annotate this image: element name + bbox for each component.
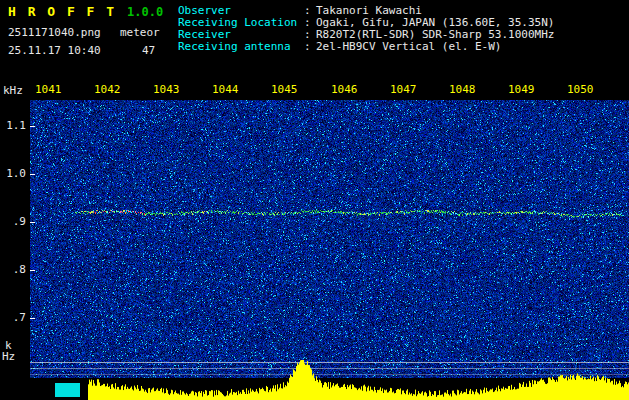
freq-axis-label: .8 [0,264,26,276]
time-axis-label: 1041 [35,84,62,96]
cyan-marker-box [55,383,80,397]
freq-unit-label: kHz [3,84,23,97]
app-version: 1.0.0 [127,5,163,19]
freq-axis-label: 1.1 [0,120,26,132]
file-name: 2511171040.png [8,26,101,39]
spectrogram-canvas [30,100,629,378]
hrofft-window: H R O F F T 1.0.0 2511171040.png meteor … [0,0,629,400]
time-axis-label: 1048 [449,84,476,96]
time-axis-label: 1045 [271,84,298,96]
time-axis-label: 1050 [567,84,594,96]
time-axis-label: 1047 [390,84,417,96]
time-axis-label: 1049 [508,84,535,96]
app-title: H R O F F T [8,4,116,19]
info-row: Receiving antenna : 2el-HB9CV Vertical (… [178,41,554,53]
time-axis-label: 1042 [94,84,121,96]
freq-axis-label: .9 [0,216,26,228]
time-axis-label: 1043 [153,84,180,96]
time-axis-label: 1046 [331,84,358,96]
time-axis-label: 1044 [212,84,239,96]
mode-label: meteor [120,26,160,39]
echo-count: 47 [142,44,155,57]
station-info: Observer : Takanori Kawachi Receiving Lo… [178,5,554,53]
freq-axis-label: .7 [0,312,26,324]
freq-axis-label: 1.0 [0,168,26,180]
info-value: 2el-HB9CV Vertical (el. E-W) [316,41,501,53]
datetime-label: 25.11.17 10:40 [8,44,101,57]
info-colon: : [304,41,316,53]
freq-unit-bottom-hz: Hz [2,350,15,363]
signal-histogram-canvas [30,358,629,400]
info-label: Receiving antenna [178,41,304,53]
